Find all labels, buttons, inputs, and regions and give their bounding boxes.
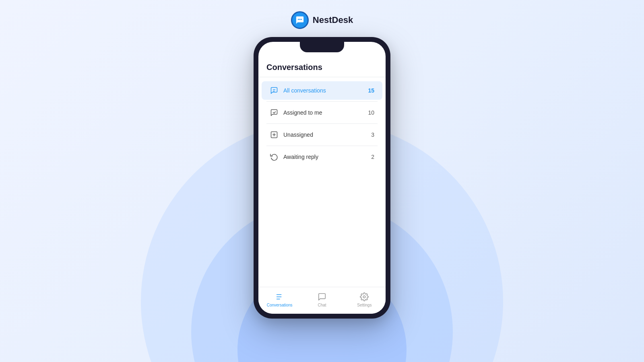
all-conversations-count: 15	[368, 87, 374, 94]
awaiting-reply-icon	[270, 152, 279, 161]
nav-settings[interactable]: Settings	[343, 290, 386, 309]
awaiting-reply-label: Awaiting reply	[283, 154, 371, 160]
awaiting-reply-count: 2	[371, 154, 374, 160]
assigned-to-me-label: Assigned to me	[283, 109, 368, 116]
nav-conversations-icon	[275, 292, 285, 302]
nav-conversations[interactable]: Conversations	[258, 290, 301, 309]
nav-settings-icon	[359, 292, 369, 302]
nav-conversations-label: Conversations	[267, 303, 293, 307]
nav-chat-label: Chat	[318, 303, 326, 307]
menu-item-all-conversations[interactable]: All conversations 15	[262, 81, 382, 100]
menu-item-unassigned[interactable]: Unassigned 3	[262, 125, 382, 144]
divider-3	[266, 146, 378, 146]
nav-settings-label: Settings	[357, 303, 372, 307]
unassigned-label: Unassigned	[283, 132, 371, 138]
phone-screen: Conversations All conversations 15	[258, 42, 386, 314]
assigned-to-me-count: 10	[368, 109, 374, 116]
svg-point-2	[301, 19, 302, 20]
phone-notch	[300, 42, 344, 52]
menu-item-assigned-to-me[interactable]: Assigned to me 10	[262, 103, 382, 122]
assigned-icon	[270, 108, 279, 117]
nav-chat-icon	[317, 292, 327, 302]
divider-2	[266, 123, 378, 124]
logo-icon	[291, 11, 309, 29]
screen-title: Conversations	[266, 63, 322, 72]
svg-point-11	[363, 296, 366, 298]
all-conversations-icon	[270, 86, 279, 95]
bottom-nav: Conversations Chat Se	[258, 287, 386, 314]
unassigned-icon	[270, 130, 279, 139]
svg-point-0	[298, 19, 299, 20]
divider-1	[266, 101, 378, 102]
top-bar: NestDesk	[291, 11, 353, 29]
svg-point-1	[299, 19, 300, 20]
screen-body: All conversations 15 Assigned to me 10	[258, 77, 386, 287]
all-conversations-label: All conversations	[283, 87, 368, 94]
unassigned-count: 3	[371, 132, 374, 138]
phone-frame: Conversations All conversations 15	[254, 37, 390, 319]
brand-name: NestDesk	[313, 15, 353, 25]
nav-chat[interactable]: Chat	[301, 290, 343, 309]
menu-item-awaiting-reply[interactable]: Awaiting reply 2	[262, 148, 382, 166]
